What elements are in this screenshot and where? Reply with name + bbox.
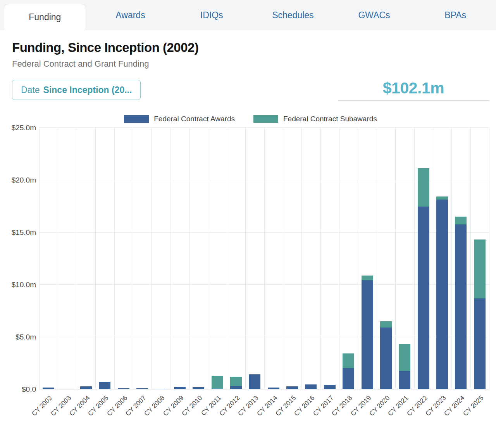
page-subtitle: Federal Contract and Grant Funding [12, 59, 489, 69]
vertical-gridline [77, 128, 77, 389]
vertical-gridline [395, 128, 396, 389]
legend-swatch [124, 115, 149, 123]
tab-idiqs[interactable]: IDIQs [171, 0, 252, 30]
vertical-gridline [339, 128, 339, 389]
tab-gwacs[interactable]: GWACs [334, 0, 415, 30]
y-axis-label: $25.0m [12, 124, 36, 132]
bar-segment-awards [324, 385, 336, 389]
vertical-gridline [377, 128, 377, 389]
bar-segment-awards [455, 224, 467, 389]
bar-cy-2002[interactable] [43, 388, 54, 389]
tab-bar: FundingAwardsIDIQsSchedulesGWACsBPAs [0, 0, 496, 30]
bar-segment-subawards [230, 377, 242, 386]
bar-cy-2012[interactable] [230, 377, 242, 389]
bar-segment-awards [174, 387, 186, 389]
funding-chart: $0.0$5.0m$10.0m$15.0m$20.0m$25.0m CY 200… [12, 128, 489, 430]
date-filter-label: Date [21, 85, 40, 95]
bar-cy-2022[interactable] [418, 168, 429, 389]
bar-segment-subawards [362, 276, 373, 280]
vertical-gridline [133, 128, 133, 389]
bar-segment-awards [343, 368, 354, 389]
bar-cy-2024[interactable] [455, 217, 467, 389]
legend-label: Federal Contract Subawards [283, 115, 377, 123]
bar-segment-subawards [474, 240, 486, 299]
bar-cy-2005[interactable] [99, 382, 110, 389]
bar-cy-2016[interactable] [305, 384, 317, 389]
y-axis-label: $5.0m [16, 333, 36, 341]
total-funding-value: $102.1m [338, 79, 489, 97]
y-axis-label: $10.0m [12, 281, 36, 289]
bar-segment-subawards [436, 196, 448, 200]
legend-swatch [253, 115, 278, 123]
vertical-gridline [470, 128, 471, 389]
bar-segment-subawards [343, 353, 354, 368]
bar-segment-awards [136, 388, 148, 389]
vertical-gridline [189, 128, 189, 389]
bar-cy-2008[interactable] [155, 389, 167, 389]
bar-cy-2021[interactable] [399, 344, 410, 389]
bar-segment-awards [155, 389, 167, 389]
bar-segment-awards [43, 388, 54, 389]
tab-bpas[interactable]: BPAs [415, 0, 496, 30]
bar-segment-subawards [212, 376, 223, 388]
vertical-gridline [95, 128, 96, 389]
vertical-gridline [301, 128, 302, 389]
bar-cy-2004[interactable] [80, 386, 92, 389]
y-axis-label: $0.0 [22, 385, 36, 394]
bar-cy-2025[interactable] [474, 240, 486, 389]
bar-cy-2020[interactable] [380, 321, 392, 389]
vertical-gridline [414, 128, 415, 389]
tab-awards[interactable]: Awards [90, 0, 171, 30]
legend-label: Federal Contract Awards [154, 115, 235, 123]
bar-cy-2006[interactable] [118, 388, 129, 389]
date-filter-value: Since Inception (20... [43, 85, 132, 95]
vertical-gridline [58, 128, 58, 389]
vertical-gridline [152, 128, 152, 389]
vertical-gridline [451, 128, 452, 389]
vertical-gridline [245, 128, 246, 389]
bar-segment-awards [474, 298, 486, 389]
legend-item-federal-contract-subawards[interactable]: Federal Contract Subawards [253, 115, 377, 123]
chart-legend: Federal Contract AwardsFederal Contract … [12, 115, 489, 123]
bar-segment-awards [380, 327, 392, 389]
bar-cy-2011[interactable] [212, 376, 223, 389]
total-funding: $102.1m [338, 79, 489, 101]
bar-segment-subawards [455, 217, 467, 224]
bar-segment-awards [362, 280, 373, 389]
bar-segment-awards [436, 200, 448, 389]
y-axis-label: $15.0m [12, 228, 36, 237]
bar-cy-2014[interactable] [268, 388, 279, 389]
bar-segment-awards [305, 384, 317, 389]
bar-cy-2013[interactable] [249, 374, 260, 389]
vertical-gridline [320, 128, 321, 389]
bar-segment-awards [399, 371, 410, 389]
tab-funding[interactable]: Funding [4, 4, 86, 30]
bar-cy-2023[interactable] [436, 196, 448, 389]
bar-segment-awards [193, 387, 204, 389]
bar-cy-2017[interactable] [324, 385, 336, 389]
main-content: Funding, Since Inception (2002) Federal … [0, 30, 496, 430]
vertical-gridline [433, 128, 433, 389]
bar-segment-awards [286, 386, 298, 389]
bar-cy-2010[interactable] [193, 387, 204, 389]
vertical-gridline [39, 128, 40, 389]
bar-cy-2009[interactable] [174, 387, 186, 389]
y-axis: $0.0$5.0m$10.0m$15.0m$20.0m$25.0m [12, 128, 39, 389]
bar-segment-awards [118, 388, 129, 389]
bar-cy-2019[interactable] [362, 276, 373, 389]
y-axis-label: $20.0m [12, 176, 36, 184]
bar-cy-2018[interactable] [343, 353, 354, 389]
bar-segment-subawards [399, 344, 410, 371]
bar-cy-2007[interactable] [136, 388, 148, 389]
vertical-gridline [114, 128, 115, 389]
plot-column: CY 2002CY 2003CY 2004CY 2005CY 2006CY 20… [39, 128, 489, 430]
vertical-gridline [489, 128, 489, 389]
bar-segment-awards [99, 382, 110, 389]
tab-schedules[interactable]: Schedules [252, 0, 334, 30]
bar-segment-awards [268, 388, 279, 389]
vertical-gridline [170, 128, 171, 389]
legend-item-federal-contract-awards[interactable]: Federal Contract Awards [124, 115, 235, 123]
bar-segment-awards [418, 207, 429, 389]
date-filter-button[interactable]: Date Since Inception (20... [12, 80, 141, 100]
bar-cy-2015[interactable] [286, 386, 298, 389]
